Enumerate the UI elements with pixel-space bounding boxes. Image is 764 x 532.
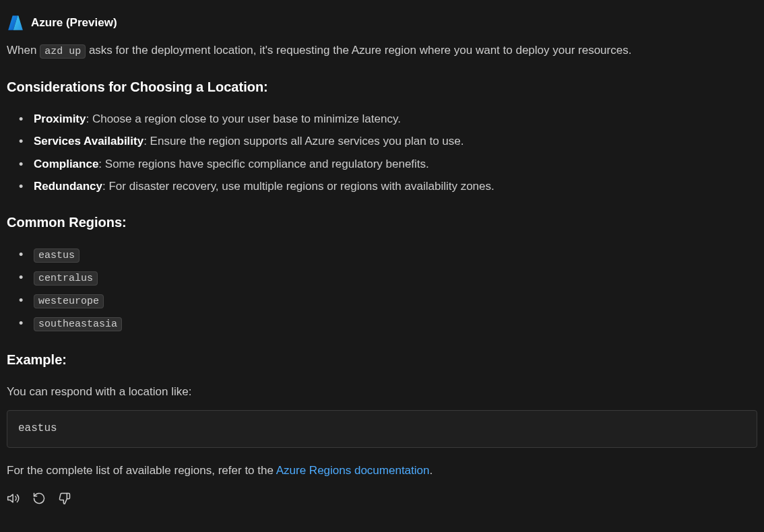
item-label: Proximity [34, 112, 86, 125]
example-lead: You can respond with a location like: [7, 383, 757, 401]
action-bar [7, 492, 757, 505]
region-code: southeastasia [34, 317, 122, 331]
header-title: Azure (Preview) [31, 13, 117, 32]
region-code: centralus [34, 271, 98, 286]
intro-paragraph: When azd up asks for the deployment loca… [7, 41, 757, 60]
footer-after: . [429, 464, 433, 477]
list-item: westeurope [23, 291, 757, 310]
list-item: eastus [23, 245, 757, 264]
common-regions-list: eastus centralus westeurope southeastasi… [7, 245, 757, 333]
intro-before: When [7, 44, 40, 57]
item-label: Compliance [34, 158, 98, 170]
thumbs-down-icon[interactable] [58, 492, 71, 505]
list-item: Compliance: Some regions have specific c… [23, 155, 757, 173]
considerations-list: Proximity: Choose a region close to your… [7, 110, 757, 195]
azure-icon [7, 14, 24, 32]
example-code-block: eastus [7, 410, 757, 448]
list-item: Proximity: Choose a region close to your… [23, 110, 757, 128]
item-label: Redundancy [34, 180, 102, 193]
list-item: Redundancy: For disaster recovery, use m… [23, 177, 757, 195]
region-code: eastus [34, 248, 79, 263]
list-item: southeastasia [23, 314, 757, 333]
item-label: Services Availability [34, 135, 144, 147]
intro-code: azd up [40, 44, 86, 59]
example-code: eastus [18, 422, 57, 434]
response-header: Azure (Preview) [7, 13, 757, 32]
list-item: centralus [23, 268, 757, 287]
footer-paragraph: For the complete list of available regio… [7, 461, 757, 479]
item-text: : Choose a region close to your user bas… [86, 112, 400, 125]
footer-before: For the complete list of available regio… [7, 464, 276, 477]
considerations-heading: Considerations for Choosing a Location: [7, 76, 757, 98]
common-regions-heading: Common Regions: [7, 211, 757, 233]
list-item: Services Availability: Ensure the region… [23, 132, 757, 150]
svg-marker-0 [8, 494, 13, 502]
example-heading: Example: [7, 349, 757, 370]
retry-icon[interactable] [32, 492, 46, 505]
region-code: westeurope [34, 294, 104, 308]
item-text: : Some regions have specific compliance … [98, 158, 428, 170]
item-text: : For disaster recovery, use multiple re… [102, 180, 495, 193]
speaker-icon[interactable] [7, 492, 20, 505]
item-text: : Ensure the region supports all Azure s… [144, 135, 464, 147]
azure-regions-link[interactable]: Azure Regions documentation [276, 464, 430, 477]
intro-after: asks for the deployment location, it's r… [86, 44, 631, 57]
